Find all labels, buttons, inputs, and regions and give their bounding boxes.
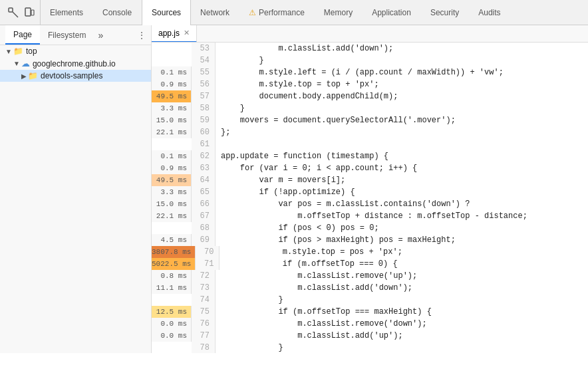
line-number: 59 (192, 114, 216, 126)
line-code[interactable]: }; (216, 126, 588, 138)
code-row: 0.1 ms55 m.style.left = (i / (app.count … (152, 66, 588, 78)
code-row: 0.9 ms63 for (var i = 0; i < app.count; … (152, 162, 588, 174)
code-row: 15.0 ms59 movers = document.querySelecto… (152, 114, 588, 126)
line-timing: 22.1 ms (152, 126, 192, 138)
line-code[interactable]: m.classList.remove('down'); (216, 318, 588, 330)
tab-memory[interactable]: Memory (315, 0, 363, 25)
line-number: 71 (196, 258, 220, 270)
line-code[interactable]: } (216, 294, 588, 306)
sidebar-item-top[interactable]: ▼ 📁 top (0, 45, 151, 57)
line-number: 56 (192, 78, 216, 90)
svg-line-1 (13, 12, 18, 17)
line-number: 63 (192, 162, 216, 174)
folder-icon: 📁 (28, 71, 38, 80)
line-code[interactable]: app.update = function (timestamp) { (216, 150, 588, 162)
line-code[interactable]: movers = document.querySelectorAll('.mov… (216, 114, 588, 126)
code-row: 49.5 ms64 var m = movers[i]; (152, 174, 588, 186)
line-code[interactable]: m.classList.add('up'); (216, 330, 588, 342)
line-code[interactable]: for (var i = 0; i < app.count; i++) { (216, 162, 588, 174)
line-timing: 0.1 ms (152, 66, 192, 78)
line-number: 64 (192, 174, 216, 186)
line-timing: 0.8 ms (152, 270, 192, 282)
line-timing: 0.9 ms (152, 162, 192, 174)
code-row: 74 } (152, 294, 588, 306)
close-file-icon[interactable]: ✕ (184, 29, 190, 37)
tab-application[interactable]: Application (363, 0, 421, 25)
line-number: 53 (192, 43, 216, 55)
code-row: 0.1 ms62app.update = function (timestamp… (152, 150, 588, 162)
sources-sub-bar: Page Filesystem » ⋮ (0, 25, 151, 45)
code-editor[interactable]: 53 m.classList.add('down');54 }0.1 ms55 … (152, 43, 588, 353)
tab-audits[interactable]: Audits (469, 0, 510, 25)
line-number: 75 (192, 306, 216, 318)
line-timing: 3.3 ms (152, 102, 192, 114)
line-code[interactable]: if (!app.optimize) { (216, 186, 588, 198)
tab-network[interactable]: Network (191, 0, 239, 25)
line-timing: 0.0 ms (152, 318, 192, 330)
code-row: 15.0 ms66 var pos = m.classList.contains… (152, 198, 588, 210)
line-timing: 15.0 ms (152, 198, 192, 210)
line-timing: 3.3 ms (152, 186, 192, 198)
tab-sources[interactable]: Sources (142, 0, 191, 25)
line-code[interactable]: m.classList.remove('up'); (216, 270, 588, 282)
code-row: 68 if (pos < 0) pos = 0; (152, 222, 588, 234)
line-timing: 22.1 ms (152, 210, 192, 222)
inspect-icon[interactable] (8, 7, 19, 18)
line-number: 69 (192, 234, 216, 246)
line-code[interactable]: } (216, 102, 588, 114)
line-code[interactable]: } (216, 55, 588, 66)
line-number: 57 (192, 90, 216, 102)
line-number: 70 (196, 246, 220, 258)
sidebar-item-googlechrome[interactable]: ▼ ☁ googlechrome.github.io (0, 57, 151, 70)
line-number: 66 (192, 198, 216, 210)
line-timing: 49.5 ms (152, 174, 192, 186)
line-number: 78 (192, 342, 216, 353)
line-code[interactable]: m.style.top = pos + 'px'; (220, 246, 588, 258)
line-timing: 12.5 ms (152, 306, 192, 318)
editor-header: app.js ✕ (152, 25, 588, 43)
line-code[interactable]: m.classList.add('down'); (216, 282, 588, 294)
line-code[interactable]: var pos = m.classList.contains('down') ? (216, 198, 588, 210)
line-code[interactable]: m.offsetTop + distance : m.offsetTop - d… (216, 210, 588, 222)
code-row: 4.5 ms69 if (pos > maxHeight) pos = maxH… (152, 234, 588, 246)
sidebar-item-devtools-samples[interactable]: ▶ 📁 devtools-samples (0, 70, 151, 82)
code-row: 0.8 ms72 m.classList.remove('up'); (152, 270, 588, 282)
svg-rect-2 (25, 8, 31, 16)
line-number: 54 (192, 55, 216, 66)
line-timing: 0.1 ms (152, 150, 192, 162)
line-code[interactable]: document.body.appendChild(m); (216, 90, 588, 102)
sub-tab-page[interactable]: Page (5, 25, 40, 45)
line-number: 60 (192, 126, 216, 138)
line-number: 72 (192, 270, 216, 282)
line-code[interactable]: var m = movers[i]; (216, 174, 588, 186)
line-timing: 0.9 ms (152, 78, 192, 90)
line-code[interactable]: m.style.top = top + 'px'; (216, 78, 588, 90)
line-timing: 5022.5 ms (152, 258, 196, 270)
arrow-icon: ▼ (13, 60, 20, 67)
main-content: Page Filesystem » ⋮ ▼ 📁 top ▼ ☁ googlech… (0, 25, 588, 353)
sub-tab-filesystem[interactable]: Filesystem (40, 25, 94, 45)
sub-tab-more[interactable]: » (94, 30, 107, 41)
code-row: 0.9 ms56 m.style.top = top + 'px'; (152, 78, 588, 90)
device-icon[interactable] (24, 7, 35, 18)
sub-bar-menu[interactable]: ⋮ (138, 31, 146, 40)
line-number: 58 (192, 102, 216, 114)
tab-security[interactable]: Security (421, 0, 469, 25)
tab-console[interactable]: Console (93, 0, 142, 25)
line-number: 67 (192, 210, 216, 222)
tab-elements[interactable]: Elements (41, 0, 93, 25)
line-code[interactable]: m.style.left = (i / (app.count / maxWidt… (216, 66, 588, 78)
line-number: 76 (192, 318, 216, 330)
line-timing: 49.5 ms (152, 90, 192, 102)
line-code[interactable]: m.classList.add('down'); (216, 43, 588, 55)
code-row: 53 m.classList.add('down'); (152, 43, 588, 55)
tab-performance[interactable]: ⚠Performance (239, 0, 315, 25)
line-code[interactable]: } (216, 342, 588, 353)
line-code[interactable]: if (m.offsetTop === 0) { (220, 258, 588, 270)
line-code[interactable]: if (pos > maxHeight) pos = maxHeight; (216, 234, 588, 246)
file-tab-appjs[interactable]: app.js ✕ (152, 25, 197, 43)
code-row: 11.1 ms73 m.classList.add('down'); (152, 282, 588, 294)
line-code[interactable]: if (pos < 0) pos = 0; (216, 222, 588, 234)
line-code[interactable]: if (m.offsetTop === maxHeight) { (216, 306, 588, 318)
code-row: 3.3 ms65 if (!app.optimize) { (152, 186, 588, 198)
